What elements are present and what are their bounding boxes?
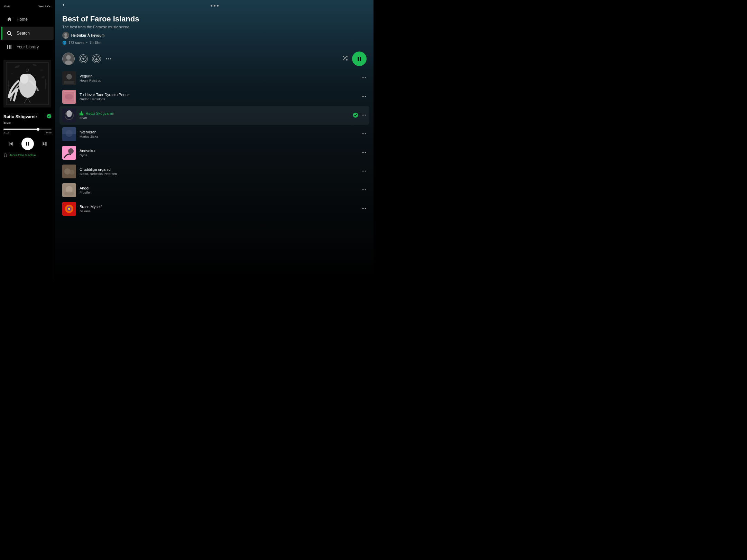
- track-item[interactable]: Brace Myself Sakaris: [59, 199, 369, 218]
- svg-point-56: [362, 114, 363, 115]
- headphones-icon: 🎧: [3, 153, 7, 157]
- track-actions: [361, 168, 367, 175]
- date: Wed 9 Oct: [38, 5, 52, 8]
- svg-rect-2: [7, 45, 8, 49]
- device-info[interactable]: 🎧 Jabra Elite 8 Active: [0, 152, 55, 158]
- track-item[interactable]: Vegurin Høgni Reistrup: [59, 69, 369, 87]
- svg-point-51: [365, 96, 366, 97]
- playlist-title: Best of Faroe Islands: [62, 15, 367, 24]
- playlist-curator[interactable]: Heiðrikur Á Heygum: [62, 32, 367, 39]
- track-artist: Eivør: [80, 116, 349, 120]
- now-playing-artist: Eivør: [3, 121, 52, 124]
- playlist-description: The best from the Faroese music scene: [62, 25, 367, 29]
- album-art[interactable]: [3, 60, 51, 108]
- track-details: Brace Myself Sakaris: [80, 205, 358, 213]
- top-dots-menu[interactable]: [211, 5, 219, 7]
- time: 13:44: [3, 5, 10, 8]
- svg-point-68: [363, 152, 365, 153]
- pause-button[interactable]: [21, 138, 34, 150]
- track-more-button[interactable]: [361, 94, 367, 100]
- main-pause-button[interactable]: [352, 52, 367, 66]
- svg-point-67: [362, 152, 363, 153]
- svg-point-50: [363, 96, 365, 97]
- track-artist: Frostfelt: [80, 190, 358, 194]
- track-title: Brace Myself: [80, 205, 358, 209]
- track-actions: [361, 131, 367, 138]
- track-art: [62, 127, 76, 141]
- bar1: [80, 113, 81, 115]
- more-options-button[interactable]: [105, 55, 112, 62]
- track-item-playing[interactable]: Røttu Skógvarnir Eivør: [59, 106, 369, 125]
- svg-point-41: [66, 74, 72, 80]
- playlist-meta: 🌐 173 saves • 7h 18m: [62, 41, 367, 45]
- svg-line-1: [10, 34, 12, 36]
- playlist-saves: 173 saves: [68, 41, 84, 45]
- track-item[interactable]: Andvekur Byrta: [59, 143, 369, 162]
- svg-point-88: [365, 208, 366, 209]
- track-actions: [361, 94, 367, 100]
- track-details: Nærveran Marius Ziska: [80, 130, 358, 138]
- track-actions: [361, 187, 367, 194]
- track-more-button[interactable]: [361, 75, 367, 82]
- track-more-button[interactable]: [361, 150, 367, 156]
- prev-button[interactable]: [7, 140, 15, 148]
- current-time: 2:02: [3, 131, 9, 134]
- progress-section[interactable]: 2:02 -0:46: [0, 126, 55, 136]
- svg-point-44: [363, 77, 365, 78]
- meta-separator: •: [86, 41, 88, 45]
- track-more-button[interactable]: [361, 187, 367, 194]
- track-details: Vegurin Høgni Reistrup: [80, 74, 358, 82]
- svg-rect-39: [360, 57, 361, 61]
- sidebar-item-search[interactable]: Search: [1, 27, 54, 40]
- track-details: Røttu Skógvarnir Eivør: [80, 111, 349, 120]
- track-title: Oruddiliga organid: [80, 167, 358, 171]
- track-more-button[interactable]: [361, 168, 367, 175]
- track-title: Vegurin: [80, 74, 358, 78]
- svg-point-58: [365, 114, 366, 115]
- shuffle-button[interactable]: [342, 55, 349, 63]
- track-art: [62, 90, 76, 104]
- status-bar: 13:44 Wed 9 Oct: [0, 4, 55, 10]
- track-details: Oruddiliga organid Steso, Rebekka Peters…: [80, 167, 358, 176]
- sidebar-item-library[interactable]: Your Library: [1, 40, 54, 54]
- svg-rect-42: [64, 81, 74, 84]
- download-button[interactable]: [92, 54, 101, 63]
- track-title: Røttu Skógvarnir: [86, 111, 114, 115]
- track-art: [62, 202, 76, 216]
- progress-fill: [3, 129, 38, 130]
- home-icon: [6, 16, 12, 22]
- svg-point-81: [365, 189, 366, 190]
- svg-point-57: [363, 114, 365, 115]
- track-item[interactable]: Nærveran Marius Ziska: [59, 125, 369, 143]
- track-artist: Sakaris: [80, 209, 358, 213]
- track-item[interactable]: Oruddiliga organid Steso, Rebekka Peters…: [59, 162, 369, 181]
- back-button[interactable]: [61, 2, 66, 9]
- track-more-button[interactable]: [361, 206, 367, 212]
- top-bar: [55, 0, 374, 11]
- user-avatar-button[interactable]: [62, 53, 75, 65]
- add-button[interactable]: [79, 54, 88, 63]
- progress-times: 2:02 -0:46: [3, 131, 52, 134]
- search-label: Search: [17, 31, 30, 36]
- track-artist: Steso, Rebekka Petersen: [80, 172, 358, 176]
- svg-point-64: [365, 133, 366, 134]
- track-artist: Gudrid Hansdottir: [80, 97, 358, 101]
- sidebar-item-home[interactable]: Home: [1, 13, 54, 26]
- svg-rect-23: [28, 142, 29, 146]
- track-more-button[interactable]: [361, 131, 367, 138]
- track-actions: [353, 112, 367, 119]
- track-item[interactable]: Tu Hevur Taer Dyrastu Perlur Gudrid Hans…: [59, 87, 369, 106]
- svg-point-48: [65, 94, 73, 100]
- home-label: Home: [17, 17, 28, 22]
- next-button[interactable]: [41, 140, 48, 148]
- progress-bar[interactable]: [3, 129, 52, 130]
- track-item[interactable]: Angel Frostfelt: [59, 181, 369, 199]
- svg-point-72: [70, 170, 74, 175]
- track-title: Nærveran: [80, 130, 358, 134]
- track-details: Tu Hevur Taer Dyrastu Perlur Gudrid Hans…: [80, 93, 358, 101]
- track-more-button[interactable]: [361, 112, 367, 119]
- svg-point-43: [362, 77, 363, 78]
- track-details: Angel Frostfelt: [80, 186, 358, 194]
- svg-point-28: [66, 55, 71, 60]
- album-art-image: [3, 60, 51, 108]
